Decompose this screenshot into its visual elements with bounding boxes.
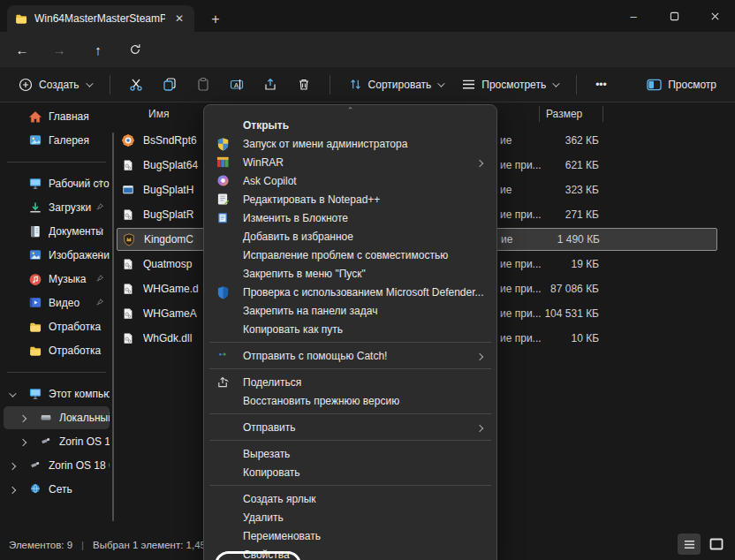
chevron-down-icon[interactable] <box>5 388 18 400</box>
menu-item-создать-ярлык[interactable]: Создать ярлык <box>208 489 493 508</box>
share-icon <box>216 375 230 389</box>
menu-item-восстановить-прежнюю-версию[interactable]: Восстановить прежнюю версию <box>208 391 493 410</box>
sidebar-item-главная[interactable]: Главная <box>4 105 110 128</box>
sidebar-item-документы[interactable]: Документы <box>4 220 110 243</box>
preview-label: Просмотр <box>668 79 716 91</box>
menu-item-поделиться[interactable]: Поделиться <box>208 373 493 391</box>
usb-icon <box>28 461 42 470</box>
column-header-name[interactable]: Имя <box>148 108 169 120</box>
create-button[interactable]: Создать <box>11 72 99 97</box>
menu-item-label: Изменить в Блокноте <box>243 212 348 224</box>
sidebar-item-label: Zorin OS 18 Cor <box>49 459 110 472</box>
preview-pane-icon <box>647 79 662 91</box>
close-button[interactable] <box>694 0 735 32</box>
menu-item-отправить-с-помощью-catch[interactable]: Отправить с помощью Catch! <box>208 346 493 365</box>
tab-title: Win64MasterMasterSteamPGO <box>34 12 165 25</box>
new-tab-button[interactable]: + <box>205 9 226 30</box>
menu-item-удалить[interactable]: Удалить <box>208 508 493 526</box>
sidebar-item-label: Отработка <box>49 321 110 333</box>
sidebar-item-отработка[interactable]: Отработка <box>4 339 110 362</box>
sidebar-item-локальный-ди[interactable]: Локальный ди <box>4 406 110 429</box>
menu-item-вырезать[interactable]: Вырезать <box>208 444 493 463</box>
sidebar-item-zorin-os-18-cor[interactable]: Zorin OS 18 Cor <box>4 454 110 477</box>
menu-item-запуск-от-имени-администратора[interactable]: Запуск от имени администратора <box>208 134 493 153</box>
forward-button[interactable]: → <box>46 39 72 60</box>
file-explorer-window: Win64MasterMasterSteamPGO ✕ + – ← → ↑ ••… <box>0 0 735 560</box>
sort-button[interactable]: Сортировать <box>341 72 451 96</box>
sidebar-item-музыка[interactable]: Музыка <box>4 268 110 291</box>
menu-item-добавить-в-избранное[interactable]: Добавить в избранное <box>208 227 493 246</box>
navigation-pane: ГлавнаяГалереяРабочий стоЗагрузкиДокумен… <box>0 104 113 530</box>
dll-file-icon <box>122 283 134 296</box>
sidebar-item-сеть[interactable]: Сеть <box>4 478 110 501</box>
menu-item-проверка-с-использованием-microsoft-defender[interactable]: Проверка с использованием Microsoft Defe… <box>208 283 493 301</box>
paste-button[interactable] <box>188 72 218 97</box>
menu-item-изменить-в-блокноте[interactable]: Изменить в Блокноте <box>208 208 493 227</box>
menu-item-отправить[interactable]: Отправить <box>208 418 493 436</box>
sidebar-item-изображени[interactable]: Изображени <box>4 244 110 267</box>
menu-item-winrar[interactable]: WinRAR <box>208 153 493 171</box>
sidebar-item-этот-компьюте[interactable]: Этот компьюте <box>4 382 110 405</box>
menu-item-label: Вырезать <box>243 448 290 460</box>
menu-item-открыть[interactable]: Открыть <box>208 116 493 134</box>
sidebar-item-отработка[interactable]: Отработка <box>4 315 110 338</box>
catch-icon <box>216 352 230 360</box>
back-button[interactable]: ← <box>9 39 35 60</box>
sidebar-item-загрузки[interactable]: Загрузки <box>4 196 110 219</box>
menu-item-label: Создать ярлык <box>243 493 316 505</box>
menu-item-закрепить-на-панели-задач[interactable]: Закрепить на панели задач <box>208 301 493 320</box>
menu-item-свойства[interactable]: Свойства <box>208 545 493 560</box>
sidebar-item-галерея[interactable]: Галерея <box>4 129 110 152</box>
more-options-button[interactable]: ••• <box>587 73 615 96</box>
delete-button[interactable] <box>289 72 319 97</box>
sort-label: Сортировать <box>368 79 432 91</box>
column-divider[interactable] <box>602 106 603 122</box>
menu-item-редактировать-в-notepad[interactable]: Редактировать в Notepad++ <box>208 190 493 208</box>
cut-button[interactable] <box>121 72 151 97</box>
menu-item-исправление-проблем-с-совместимостью[interactable]: Исправление проблем с совместимостью <box>208 246 493 264</box>
menu-item-label: Открыть <box>243 119 289 132</box>
column-divider[interactable] <box>539 106 540 122</box>
submenu-arrow-icon <box>475 350 482 362</box>
rename-button[interactable]: A <box>222 72 252 97</box>
chevron-right-icon[interactable] <box>16 435 28 448</box>
sidebar-item-label: Этот компьюте <box>49 388 110 400</box>
menu-item-копировать[interactable]: Копировать <box>208 463 493 481</box>
sidebar-item-рабочий-сто[interactable]: Рабочий сто <box>4 172 110 195</box>
menu-item-переименовать[interactable]: Переименовать <box>208 526 493 545</box>
up-button[interactable]: ↑ <box>85 39 111 60</box>
refresh-button[interactable] <box>122 39 148 60</box>
sidebar-divider <box>7 372 106 373</box>
sidebar-item-zorin-os-18-co[interactable]: Zorin OS 18 Co <box>4 430 110 453</box>
menu-divider <box>209 368 491 369</box>
menu-item-label: Редактировать в Notepad++ <box>243 193 380 206</box>
menu-item-копировать-как-путь[interactable]: Копировать как путь <box>208 320 493 338</box>
details-view-button[interactable] <box>678 534 701 555</box>
sidebar-divider <box>7 162 106 163</box>
chevron-right-icon[interactable] <box>5 483 18 496</box>
menu-item-закрепить-в-меню-пуск[interactable]: Закрепить в меню "Пуск" <box>208 264 493 283</box>
sidebar-item-видео[interactable]: Видео <box>4 291 110 314</box>
dll-file-icon <box>122 208 134 222</box>
column-header-size[interactable]: Размер <box>546 108 582 120</box>
chevron-right-icon[interactable] <box>5 459 18 472</box>
chevron-right-icon[interactable] <box>16 412 28 424</box>
menu-item-label: Ask Copilot <box>243 175 297 187</box>
dll-file-icon <box>122 332 134 345</box>
large-icons-view-button[interactable] <box>705 534 728 555</box>
minimize-button[interactable]: – <box>613 0 654 32</box>
explorer-tab[interactable]: Win64MasterMasterSteamPGO ✕ <box>7 5 194 32</box>
maximize-button[interactable] <box>654 0 694 32</box>
menu-item-label: Поделиться <box>243 376 301 389</box>
menu-item-ask-copilot[interactable]: Ask Copilot <box>208 171 493 190</box>
sidebar-scrollbar[interactable] <box>112 132 114 521</box>
menu-scroll-up-icon[interactable]: ⌃ <box>208 107 493 116</box>
view-button[interactable]: Просмотреть <box>454 73 565 96</box>
tab-close-icon[interactable]: ✕ <box>171 11 187 26</box>
preview-pane-button[interactable]: Просмотр <box>639 73 724 96</box>
copy-button[interactable] <box>155 72 185 97</box>
submenu-arrow-icon <box>475 421 482 434</box>
share-button[interactable] <box>255 72 285 97</box>
svg-text:A: A <box>234 81 239 89</box>
desktop-icon <box>28 178 42 190</box>
